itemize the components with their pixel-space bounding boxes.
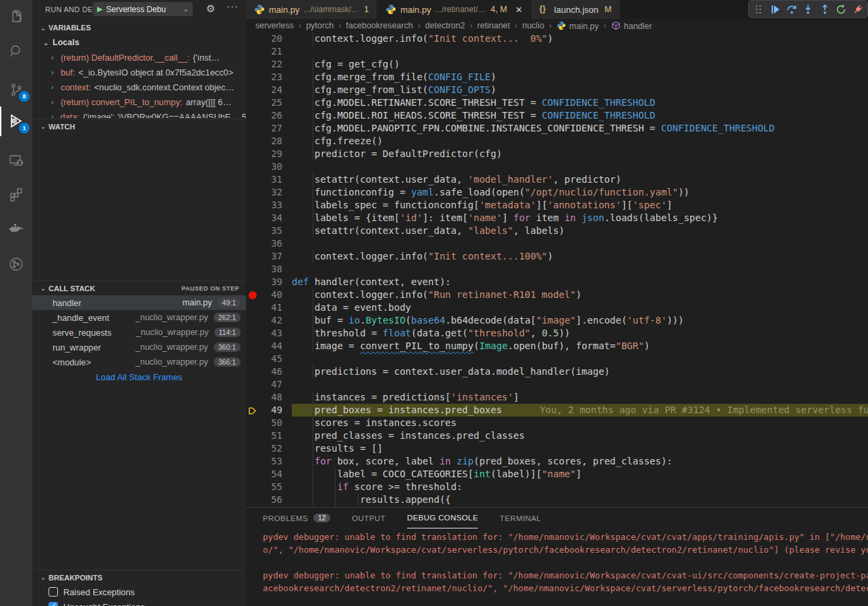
breadcrumb-item[interactable]: nuclio	[522, 21, 545, 30]
code-line[interactable]: 40 context.logger.info("Run retinanet-R1…	[246, 289, 868, 301]
gutter[interactable]	[246, 263, 259, 276]
breakpoint-dot[interactable]	[249, 291, 257, 299]
gutter[interactable]	[246, 199, 259, 212]
step-out-button[interactable]	[818, 3, 832, 16]
gutter[interactable]	[246, 84, 259, 96]
code-line[interactable]: 47	[246, 378, 868, 391]
gutter[interactable]	[246, 314, 259, 327]
breakpoint-row[interactable]: Uncaught Exceptions	[32, 599, 246, 606]
gutter[interactable]	[246, 173, 259, 186]
code-line[interactable]: 31 setattr(context.user_data, 'model_han…	[246, 173, 868, 186]
gutter[interactable]	[246, 148, 259, 160]
code-line[interactable]: 35 setattr(context.user_data, "labels", …	[246, 224, 868, 237]
gutter[interactable]	[246, 417, 259, 429]
search-icon[interactable]	[0, 38, 32, 65]
stack-frame-row[interactable]: serve_requests_nuclio_wrapper.py114:1	[32, 325, 246, 340]
code-line[interactable]: 38	[246, 263, 868, 276]
breadcrumb-item[interactable]: serverless	[255, 21, 294, 30]
tab-main.py[interactable]: main.py.../siammask/...1	[246, 0, 377, 19]
variable-row[interactable]: ›data:{'image': 'iVBORw0KG==AAAANSUhE… 5…	[32, 109, 246, 118]
gutter[interactable]	[246, 442, 259, 455]
code-line[interactable]: 51 pred_classes = instances.pred_classes	[246, 429, 868, 442]
panel-tab-debug-console[interactable]: DEBUG CONSOLE	[407, 508, 478, 528]
docker-icon[interactable]	[0, 216, 32, 243]
code-line[interactable]: 42 buf = io.BytesIO(base64.b64decode(dat…	[246, 314, 868, 327]
gutter[interactable]	[246, 404, 259, 417]
gutter[interactable]	[246, 481, 259, 493]
breadcrumb-item[interactable]: detectron2	[425, 21, 465, 30]
gutter[interactable]	[246, 289, 259, 301]
gutter[interactable]	[246, 224, 259, 237]
code-line[interactable]: 55 if score >= threshold:	[246, 481, 868, 493]
gutter[interactable]	[246, 378, 259, 391]
breakpoint-row[interactable]: Raised Exceptions	[32, 584, 246, 599]
close-icon[interactable]: ✕	[515, 5, 522, 15]
start-debug-icon[interactable]: ▶	[97, 5, 102, 13]
code-line[interactable]: 46 predictions = context.user_data.model…	[246, 365, 868, 378]
code-line[interactable]: 44 image = convert_PIL_to_numpy(Image.op…	[246, 340, 868, 353]
locals-group[interactable]: ⌄ Locals	[32, 35, 246, 50]
variable-row[interactable]: ›buf:<_io.BytesIO object at 0x7f5a2dc1ec…	[32, 65, 246, 80]
code-line[interactable]: 28 cfg.freeze()	[246, 135, 868, 148]
gutter[interactable]	[246, 71, 259, 84]
stack-frame-row[interactable]: _handle_event_nuclio_wrapper.py262:1	[32, 310, 246, 325]
debug-config-dropdown[interactable]: ▶ Serverless Debu ⌄	[93, 2, 193, 16]
gutter[interactable]	[246, 96, 259, 109]
variables-header[interactable]: ⌄ VARIABLES	[32, 20, 246, 35]
gutter[interactable]	[246, 160, 259, 173]
gutter[interactable]	[246, 32, 259, 45]
step-into-button[interactable]	[801, 3, 815, 16]
panel-tab-problems[interactable]: PROBLEMS12	[263, 508, 330, 528]
gutter[interactable]	[246, 391, 259, 404]
more-actions-icon[interactable]: ···	[226, 0, 239, 11]
variable-row[interactable]: ›context:<nuclio_sdk.context.Context obj…	[32, 80, 246, 94]
code-line[interactable]: 32 functionconfig = yaml.safe_load(open(…	[246, 186, 868, 199]
extensions-icon[interactable]	[0, 181, 32, 208]
code-line[interactable]: 22 cfg = get_cfg()	[246, 58, 868, 71]
code-line[interactable]: 39def handler(context, event):	[246, 276, 868, 289]
run-and-debug-icon[interactable]: 1	[0, 108, 32, 135]
disconnect-button[interactable]	[851, 3, 865, 16]
code-line[interactable]: 45	[246, 353, 868, 365]
code-line[interactable]: 36	[246, 237, 868, 250]
breadcrumb-item[interactable]: facebookresearch	[346, 21, 412, 30]
source-control-icon[interactable]: 8	[0, 76, 32, 103]
code-line[interactable]: 26 cfg.MODEL.ROI_HEADS.SCORE_THRESH_TEST…	[246, 109, 868, 122]
breakpoints-header[interactable]: ⌄ BREAKPOINTS	[32, 570, 246, 584]
code-line[interactable]: 30	[246, 160, 868, 173]
code-line[interactable]: 23 cfg.merge_from_file(CONFIG_FILE)	[246, 71, 868, 84]
gutter[interactable]	[246, 250, 259, 263]
breadcrumb-item[interactable]: pytorch	[306, 21, 334, 30]
watch-header[interactable]: ⌄ WATCH	[32, 119, 246, 133]
code-line[interactable]: 37 context.logger.info("Init context...1…	[246, 250, 868, 263]
step-over-button[interactable]	[785, 3, 799, 16]
gutter[interactable]	[246, 301, 259, 314]
stack-frame-row[interactable]: <module>_nuclio_wrapper.py366:1	[32, 355, 246, 369]
code-line[interactable]: 53 for box, score, label in zip(pred_box…	[246, 455, 868, 468]
call-stack-header[interactable]: ⌄ CALL STACK PAUSED ON STEP	[32, 280, 246, 295]
code-line[interactable]: 24 cfg.merge_from_list(CONFIG_OPTS)	[246, 84, 868, 96]
code-line[interactable]: 20 context.logger.info("Init context... …	[246, 32, 868, 45]
gutter[interactable]	[246, 212, 259, 224]
code-line[interactable]: 56 results.append({	[246, 493, 868, 506]
checkbox[interactable]	[49, 602, 58, 606]
gutter[interactable]	[246, 365, 259, 378]
gutter[interactable]	[246, 468, 259, 481]
gear-icon[interactable]: ⚙	[206, 3, 215, 15]
panel-tab-output[interactable]: OUTPUT	[352, 508, 385, 528]
gutter[interactable]	[246, 327, 259, 340]
variable-row[interactable]: ›(return) convert_PIL_to_numpy:array([[[…	[32, 94, 246, 109]
gutter[interactable]	[246, 340, 259, 353]
gutter[interactable]	[246, 353, 259, 365]
code-line[interactable]: 50 scores = instances.scores	[246, 417, 868, 429]
variable-row[interactable]: ›(return) DefaultPredictor.__call__:{'in…	[32, 50, 246, 65]
explorer-icon[interactable]	[0, 4, 32, 31]
gutter[interactable]	[246, 45, 259, 58]
debug-console-output[interactable]: pydev debugger: unable to find translati…	[246, 528, 868, 595]
panel-tab-terminal[interactable]: TERMINAL	[499, 508, 540, 528]
tab-main.py[interactable]: main.py.../retinanet/...4, M✕	[377, 0, 530, 19]
code-line[interactable]: 21	[246, 45, 868, 58]
gutter[interactable]	[246, 109, 259, 122]
code-line[interactable]: 33 labels_spec = functionconfig['metadat…	[246, 199, 868, 212]
tab-launch.json[interactable]: {}launch.jsonM	[531, 0, 619, 19]
